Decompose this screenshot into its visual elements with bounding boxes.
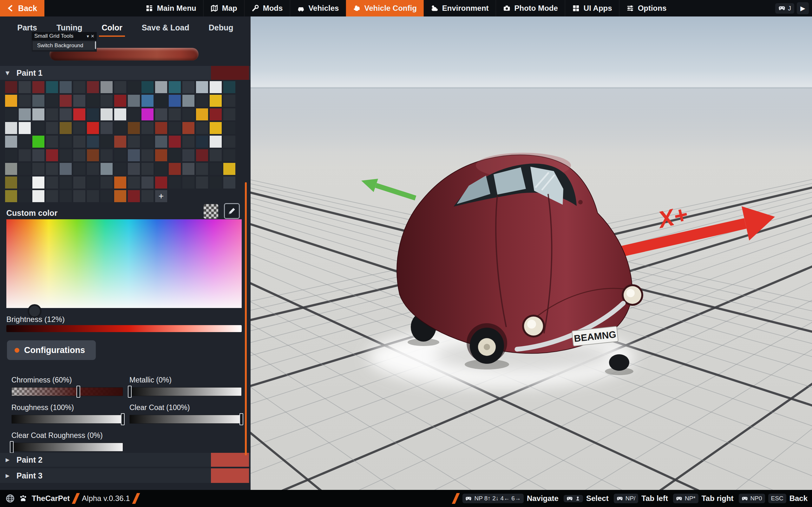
edit-color-button[interactable] bbox=[224, 203, 240, 219]
palette-swatch[interactable] bbox=[155, 95, 167, 107]
palette-swatch[interactable] bbox=[101, 163, 113, 175]
play-button[interactable]: ▶ bbox=[797, 2, 809, 14]
palette-swatch[interactable] bbox=[155, 122, 167, 134]
add-color-button[interactable]: + bbox=[155, 190, 167, 202]
palette-swatch[interactable] bbox=[210, 81, 222, 93]
palette-swatch[interactable] bbox=[196, 135, 208, 148]
palette-swatch[interactable] bbox=[46, 81, 58, 93]
palette-swatch[interactable] bbox=[32, 108, 44, 120]
tab-save-load[interactable]: Save & Load bbox=[139, 19, 192, 37]
metallic-track[interactable] bbox=[130, 387, 242, 396]
paint1-section-header[interactable]: ▾ Paint 1 bbox=[0, 66, 251, 80]
palette-swatch[interactable] bbox=[114, 108, 126, 120]
palette-swatch[interactable] bbox=[19, 176, 31, 188]
menu-item-vehicle-config[interactable]: Vehicle Config bbox=[346, 0, 423, 16]
menu-item-ui-apps[interactable]: UI Apps bbox=[565, 0, 619, 16]
palette-swatch[interactable] bbox=[5, 108, 17, 120]
palette-swatch[interactable] bbox=[128, 163, 140, 175]
palette-swatch[interactable] bbox=[128, 135, 140, 148]
palette-swatch[interactable] bbox=[210, 122, 222, 134]
paint2-section-header[interactable]: ▸ Paint 2 bbox=[0, 453, 251, 467]
palette-swatch[interactable] bbox=[128, 95, 140, 107]
palette-swatch[interactable] bbox=[128, 108, 140, 120]
palette-swatch[interactable] bbox=[223, 81, 235, 93]
palette-swatch[interactable] bbox=[46, 95, 58, 107]
palette-swatch[interactable] bbox=[46, 135, 58, 148]
palette-swatch[interactable] bbox=[183, 135, 194, 148]
palette-swatch[interactable] bbox=[210, 95, 222, 107]
roughness-track[interactable] bbox=[11, 415, 123, 424]
brightness-slider[interactable] bbox=[6, 325, 242, 332]
palette-swatch[interactable] bbox=[183, 149, 194, 161]
palette-swatch[interactable] bbox=[114, 163, 126, 175]
palette-swatch[interactable] bbox=[73, 149, 85, 161]
palette-swatch[interactable] bbox=[19, 135, 31, 148]
palette-swatch[interactable] bbox=[19, 108, 31, 120]
palette-swatch[interactable] bbox=[5, 190, 17, 202]
palette-swatch[interactable] bbox=[196, 81, 208, 93]
palette-swatch[interactable] bbox=[169, 149, 181, 161]
back-button[interactable]: Back bbox=[0, 0, 44, 16]
palette-swatch[interactable] bbox=[101, 149, 113, 161]
palette-swatch[interactable] bbox=[196, 108, 208, 120]
palette-swatch[interactable] bbox=[32, 176, 44, 188]
palette-swatch[interactable] bbox=[19, 163, 31, 175]
palette-swatch[interactable] bbox=[60, 108, 72, 120]
menu-item-main-menu[interactable]: Main Menu bbox=[139, 0, 203, 16]
palette-swatch[interactable] bbox=[73, 108, 85, 120]
palette-swatch[interactable] bbox=[101, 176, 113, 188]
palette-swatch[interactable] bbox=[73, 81, 85, 93]
palette-swatch[interactable] bbox=[19, 190, 31, 202]
palette-swatch[interactable] bbox=[87, 176, 99, 188]
menu-item-environment[interactable]: Environment bbox=[424, 0, 496, 16]
palette-swatch[interactable] bbox=[32, 190, 44, 202]
palette-swatch[interactable] bbox=[142, 149, 154, 161]
metallic-thumb[interactable] bbox=[128, 386, 132, 398]
palette-swatch[interactable] bbox=[46, 176, 58, 188]
palette-swatch[interactable] bbox=[114, 190, 126, 202]
palette-swatch[interactable] bbox=[128, 190, 140, 202]
menu-item-mods[interactable]: Mods bbox=[244, 0, 290, 16]
palette-swatch[interactable] bbox=[32, 135, 44, 148]
palette-swatch[interactable] bbox=[101, 81, 113, 93]
palette-swatch[interactable] bbox=[73, 190, 85, 202]
palette-swatch[interactable] bbox=[87, 81, 99, 93]
palette-swatch[interactable] bbox=[210, 135, 222, 148]
palette-swatch[interactable] bbox=[196, 149, 208, 161]
tab-color[interactable]: Color bbox=[99, 19, 125, 37]
paint1-current-swatch[interactable] bbox=[211, 66, 249, 80]
palette-swatch[interactable] bbox=[183, 176, 194, 188]
palette-swatch[interactable] bbox=[169, 81, 181, 93]
paint3-current-swatch[interactable] bbox=[211, 468, 249, 483]
palette-swatch[interactable] bbox=[223, 149, 235, 161]
palette-swatch[interactable] bbox=[169, 176, 181, 188]
palette-swatch[interactable] bbox=[32, 149, 44, 161]
palette-swatch[interactable] bbox=[87, 149, 99, 161]
palette-swatch[interactable] bbox=[32, 95, 44, 107]
palette-swatch[interactable] bbox=[114, 95, 126, 107]
palette-swatch[interactable] bbox=[5, 163, 17, 175]
close-icon[interactable]: × bbox=[91, 33, 94, 39]
chrominess-track[interactable] bbox=[11, 387, 123, 396]
palette-swatch[interactable] bbox=[183, 163, 194, 175]
palette-swatch[interactable] bbox=[5, 135, 17, 148]
palette-swatch[interactable] bbox=[223, 122, 235, 134]
palette-swatch[interactable] bbox=[87, 135, 99, 148]
palette-swatch[interactable] bbox=[128, 81, 140, 93]
palette-swatch[interactable] bbox=[87, 190, 99, 202]
menu-item-map[interactable]: Map bbox=[203, 0, 244, 16]
palette-swatch[interactable] bbox=[142, 122, 154, 134]
palette-swatch[interactable] bbox=[19, 95, 31, 107]
palette-swatch[interactable] bbox=[87, 108, 99, 120]
palette-swatch[interactable] bbox=[142, 95, 154, 107]
palette-swatch[interactable] bbox=[101, 122, 113, 134]
palette-swatch[interactable] bbox=[114, 135, 126, 148]
palette-swatch[interactable] bbox=[101, 95, 113, 107]
palette-swatch[interactable] bbox=[60, 176, 72, 188]
palette-swatch[interactable] bbox=[32, 163, 44, 175]
palette-swatch[interactable] bbox=[223, 163, 235, 175]
palette-swatch[interactable] bbox=[73, 135, 85, 148]
palette-swatch[interactable] bbox=[196, 95, 208, 107]
palette-swatch[interactable] bbox=[101, 135, 113, 148]
paint3-section-header[interactable]: ▸ Paint 3 bbox=[0, 468, 251, 483]
